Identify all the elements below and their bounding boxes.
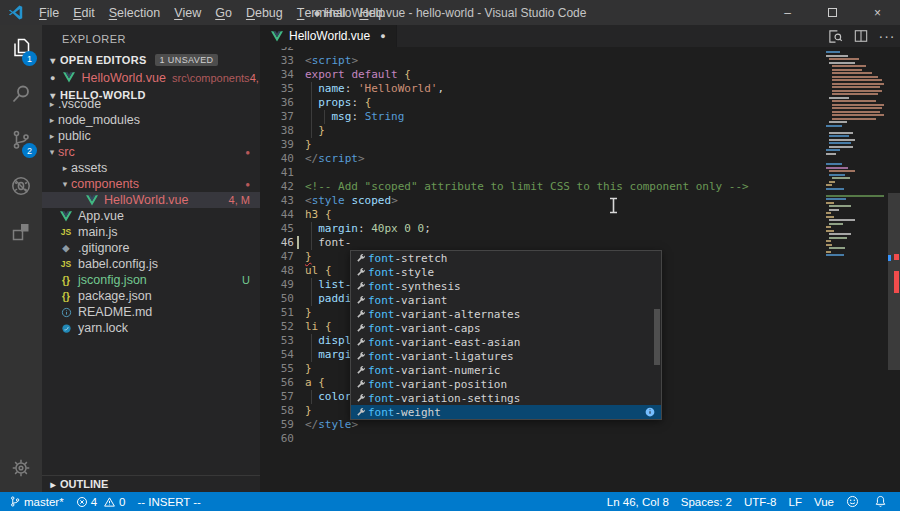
minimap-line bbox=[829, 97, 849, 99]
suggest-item-font-variant-ligatures[interactable]: font-variant-ligatures bbox=[351, 349, 661, 363]
code-line-36: 36 props: { bbox=[260, 96, 822, 110]
open-editor-item[interactable]: ● HelloWorld.vue src\components 4, M bbox=[42, 69, 260, 86]
suggest-item-font-variation-settings[interactable]: font-variation-settings bbox=[351, 391, 661, 405]
search-icon[interactable] bbox=[0, 73, 42, 115]
open-editors-header[interactable]: ▾ OPEN EDITORS 1 UNSAVED bbox=[42, 51, 260, 69]
notifications-bell-icon[interactable] bbox=[868, 492, 900, 511]
minimize-button[interactable]: – bbox=[765, 0, 810, 25]
minimap-line bbox=[826, 240, 831, 242]
suggest-item-font-style[interactable]: font-style bbox=[351, 265, 661, 279]
window-controls: – × bbox=[765, 0, 900, 25]
tree-file-readme-md[interactable]: README.md bbox=[42, 304, 260, 320]
tree-folder-components[interactable]: ▾components● bbox=[42, 176, 260, 192]
tab-helloworld-vue[interactable]: HelloWorld.vue ● bbox=[260, 25, 397, 47]
tree-item-label: node_modules bbox=[58, 113, 140, 127]
minimap-line bbox=[832, 118, 876, 120]
settings-gear-icon[interactable] bbox=[0, 447, 42, 489]
tree-file-package-json[interactable]: {}package.json bbox=[42, 288, 260, 304]
property-wrench-icon bbox=[354, 365, 368, 375]
line-number: 57 bbox=[270, 390, 294, 404]
suggest-item-font-variant-caps[interactable]: font-variant-caps bbox=[351, 321, 661, 335]
code-line-40: 40</script> bbox=[260, 152, 822, 166]
suggest-item-font-synthesis[interactable]: font-synthesis bbox=[351, 279, 661, 293]
suggest-item-font-variant-numeric[interactable]: font-variant-numeric bbox=[351, 363, 661, 377]
tree-folder--vscode[interactable]: ▸.vscode bbox=[42, 96, 260, 112]
minimap-line bbox=[829, 121, 847, 123]
menu-edit[interactable]: Edit bbox=[66, 0, 102, 25]
suggest-item-font-stretch[interactable]: font-stretch bbox=[351, 251, 661, 265]
menu-selection[interactable]: Selection bbox=[102, 0, 167, 25]
suggest-item-font-variant-alternates[interactable]: font-variant-alternates bbox=[351, 307, 661, 321]
split-editor-icon[interactable] bbox=[848, 29, 874, 43]
tree-file--gitignore[interactable]: ◆.gitignore bbox=[42, 240, 260, 256]
tree-file-helloworld-vue[interactable]: HelloWorld.vue4, M bbox=[42, 192, 260, 208]
suggest-item-font-variant[interactable]: font-variant bbox=[351, 293, 661, 307]
tree-folder-public[interactable]: ▸public bbox=[42, 128, 260, 144]
suggest-item-font-weight[interactable]: font-weight bbox=[351, 405, 661, 419]
tree-folder-assets[interactable]: ▸assets bbox=[42, 160, 260, 176]
minimap-line bbox=[826, 216, 834, 218]
line-number: 53 bbox=[270, 334, 294, 348]
indentation-indicator[interactable]: Spaces: 2 bbox=[675, 492, 738, 511]
tree-file-yarn-lock[interactable]: yarn.lock bbox=[42, 320, 260, 336]
property-wrench-icon bbox=[354, 295, 368, 305]
cursor-position-indicator[interactable]: Ln 46, Col 8 bbox=[601, 492, 675, 511]
tree-item-label: HelloWorld.vue bbox=[104, 193, 189, 207]
tree-file-jsconfig-json[interactable]: {}jsconfig.jsonU bbox=[42, 272, 260, 288]
debug-icon[interactable] bbox=[0, 165, 42, 207]
tree-file-main-js[interactable]: JSmain.js bbox=[42, 224, 260, 240]
menu-go[interactable]: Go bbox=[208, 0, 239, 25]
suggest-item-font-variant-position[interactable]: font-variant-position bbox=[351, 377, 661, 391]
explorer-icon[interactable]: 1 bbox=[0, 27, 42, 69]
minimap-line bbox=[826, 254, 844, 256]
file-decoration: 4, M bbox=[229, 194, 260, 206]
line-number: 33 bbox=[270, 54, 294, 68]
property-wrench-icon bbox=[354, 267, 368, 277]
error-overview-mark bbox=[894, 271, 899, 293]
more-actions-icon[interactable]: ··· bbox=[874, 28, 900, 44]
extensions-icon[interactable] bbox=[0, 211, 42, 253]
encoding-indicator[interactable]: UTF-8 bbox=[738, 492, 783, 511]
suggest-item-font-variant-east-asian[interactable]: font-variant-east-asian bbox=[351, 335, 661, 349]
git-branch-icon bbox=[9, 495, 21, 508]
minimap-line bbox=[829, 209, 839, 211]
outline-section-header[interactable]: ▸ OUTLINE bbox=[42, 475, 260, 492]
git-branch-indicator[interactable]: master* bbox=[0, 492, 70, 511]
minimap-line bbox=[829, 62, 855, 64]
file-tree: ▸.vscode▸node_modules▸public▾src●▸assets… bbox=[42, 96, 260, 336]
modified-dot-badge: ● bbox=[245, 180, 260, 189]
property-wrench-icon bbox=[354, 407, 368, 417]
json-file-icon: {} bbox=[58, 291, 74, 302]
close-button[interactable]: × bbox=[855, 0, 900, 25]
tree-file-babel-config-js[interactable]: JSbabel.config.js bbox=[42, 256, 260, 272]
open-preview-icon[interactable] bbox=[822, 29, 848, 44]
minimap-line bbox=[832, 100, 876, 102]
menu-debug[interactable]: Debug bbox=[239, 0, 290, 25]
tree-item-label: assets bbox=[71, 161, 107, 175]
language-mode-indicator[interactable]: Vue bbox=[808, 492, 840, 511]
code-editor[interactable]: 6059</style>58}57 color: #42b983;56a {55… bbox=[260, 47, 900, 492]
code-text: name: 'HelloWorld', bbox=[305, 82, 444, 96]
minimap-line bbox=[826, 198, 846, 200]
sidebar-title: EXPLORER bbox=[42, 25, 260, 51]
line-number: 40 bbox=[270, 152, 294, 166]
problems-indicator[interactable]: 4 0 bbox=[70, 492, 132, 511]
vim-mode-indicator[interactable]: -- INSERT -- bbox=[131, 492, 206, 511]
tree-folder-node-modules[interactable]: ▸node_modules bbox=[42, 112, 260, 128]
minimap[interactable] bbox=[822, 47, 888, 492]
modified-dot-icon: ● bbox=[50, 73, 55, 83]
chevron-down-icon: ▾ bbox=[59, 179, 71, 189]
code-text: msg: String bbox=[305, 110, 404, 124]
suggest-info-icon[interactable] bbox=[645, 407, 655, 420]
editor-scrollbar[interactable] bbox=[888, 47, 900, 492]
menu-view[interactable]: View bbox=[167, 0, 208, 25]
minimap-line bbox=[832, 104, 884, 106]
tree-file-app-vue[interactable]: App.vue bbox=[42, 208, 260, 224]
tree-folder-src[interactable]: ▾src● bbox=[42, 144, 260, 160]
explorer-sidebar: EXPLORER ▾ OPEN EDITORS 1 UNSAVED ● Hell… bbox=[42, 25, 260, 492]
maximize-button[interactable] bbox=[810, 0, 855, 25]
menu-file[interactable]: File bbox=[32, 0, 66, 25]
feedback-smiley-icon[interactable] bbox=[840, 492, 868, 511]
eol-indicator[interactable]: LF bbox=[783, 492, 808, 511]
source-control-icon[interactable]: 2 bbox=[0, 119, 42, 161]
